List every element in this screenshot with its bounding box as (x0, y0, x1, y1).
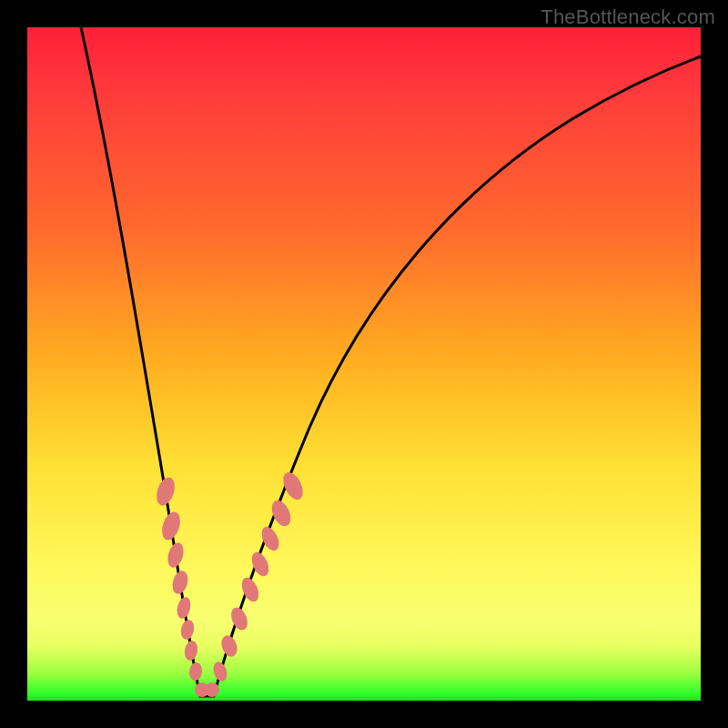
marker-dot (153, 475, 177, 508)
marker-group (153, 470, 307, 697)
marker-dot (279, 470, 307, 503)
plot-area (27, 27, 701, 701)
marker-dot (218, 633, 239, 659)
marker-dot (165, 541, 186, 569)
marker-dot (179, 619, 196, 641)
marker-dot (211, 660, 229, 682)
marker-dot (228, 605, 251, 632)
curve-layer (27, 27, 701, 701)
marker-dot (170, 569, 190, 595)
marker-dot (183, 640, 199, 662)
marker-dot (175, 596, 192, 621)
attribution-text: TheBottleneck.com (541, 5, 715, 29)
marker-dot (188, 662, 204, 682)
marker-dot (205, 682, 219, 697)
marker-dot (158, 510, 183, 542)
chart-frame: TheBottleneck.com (0, 0, 728, 728)
bottleneck-curve (81, 27, 701, 696)
